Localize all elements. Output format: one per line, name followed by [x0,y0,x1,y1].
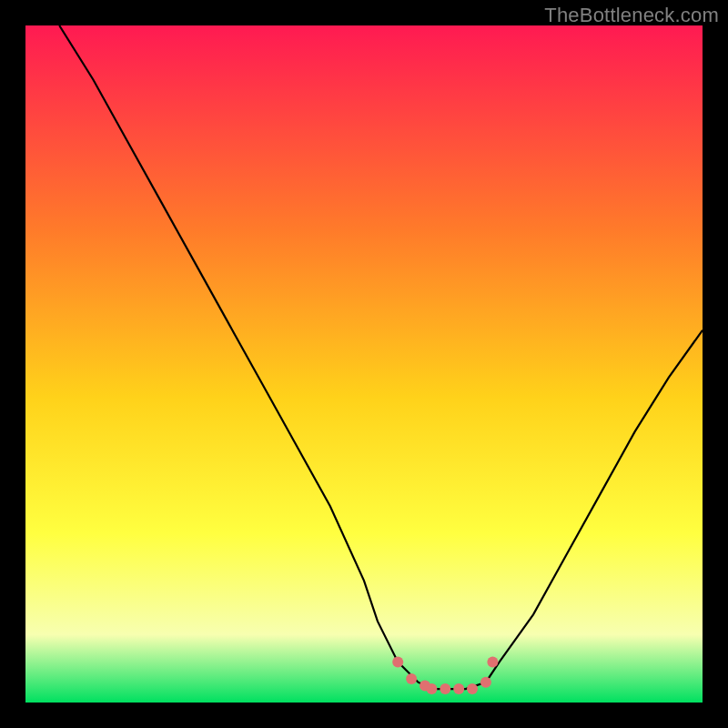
chart-svg [25,25,703,703]
marker-dot [440,683,450,694]
chart-frame: TheBottleneck.com [0,0,728,728]
plot-area [25,25,703,703]
marker-dot [426,683,437,694]
marker-dot [406,673,417,684]
marker-dot [487,656,498,667]
marker-dot [453,683,464,694]
marker-dot [467,683,478,694]
marker-dot [480,677,491,688]
gradient-background [25,25,703,703]
marker-dot [392,656,403,667]
watermark-text: TheBottleneck.com [544,4,719,27]
